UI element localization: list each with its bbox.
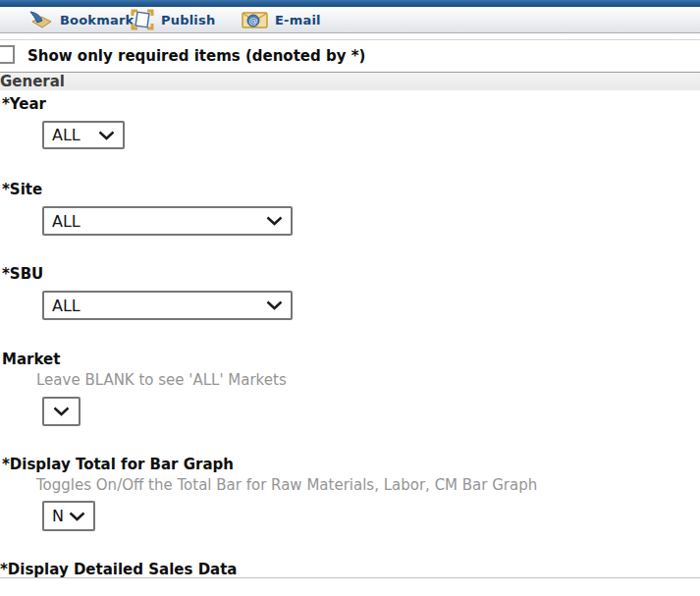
email-icon: @ bbox=[242, 11, 268, 29]
show-required-label: Show only required items (denoted by *) bbox=[27, 47, 365, 65]
site-select[interactable]: ALL bbox=[42, 206, 293, 236]
year-select[interactable]: ALL bbox=[42, 121, 125, 149]
year-select-value: ALL bbox=[44, 126, 81, 144]
field-label-display-detail-wrap: *Display Detailed Sales Data bbox=[0, 561, 700, 577]
field-label-market: Market bbox=[2, 351, 60, 368]
email-label: E-mail bbox=[275, 13, 321, 27]
chevron-down-icon bbox=[53, 406, 70, 416]
field-hint-display-total: Toggles On/Off the Total Bar for Raw Mat… bbox=[36, 476, 537, 494]
chevron-down-icon bbox=[69, 512, 85, 521]
chevron-down-icon bbox=[266, 300, 283, 310]
email-button[interactable]: @ E-mail bbox=[242, 7, 321, 32]
market-select[interactable] bbox=[42, 397, 81, 426]
field-label-sbu: *SBU bbox=[2, 265, 43, 283]
section-header-general: General bbox=[0, 72, 700, 90]
top-accent-bar bbox=[0, 0, 700, 7]
bottom-divider bbox=[0, 577, 700, 578]
field-label-display-detail: *Display Detailed Sales Data bbox=[0, 561, 700, 577]
sbu-select-value: ALL bbox=[44, 297, 81, 315]
field-label-display-total: *Display Total for Bar Graph bbox=[2, 456, 234, 473]
section-title: General bbox=[0, 73, 65, 90]
svg-text:@: @ bbox=[249, 16, 258, 26]
bookmark-button[interactable]: Bookmark bbox=[27, 7, 134, 32]
publish-button[interactable]: Publish bbox=[131, 7, 215, 32]
publish-icon bbox=[131, 9, 154, 30]
bookmark-label: Bookmark bbox=[60, 13, 134, 27]
publish-label: Publish bbox=[161, 13, 215, 27]
field-label-year: *Year bbox=[2, 95, 46, 113]
prompt-page: Bookmark Publish bbox=[0, 0, 700, 596]
display-total-select[interactable]: N bbox=[42, 501, 95, 531]
show-required-checkbox[interactable] bbox=[0, 45, 15, 64]
toolbar-divider bbox=[0, 39, 700, 40]
sbu-select[interactable]: ALL bbox=[42, 291, 293, 320]
chevron-down-icon bbox=[98, 131, 115, 140]
field-hint-market: Leave BLANK to see 'ALL' Markets bbox=[36, 371, 287, 389]
display-total-select-value: N bbox=[44, 507, 64, 525]
bookmark-icon bbox=[27, 10, 53, 29]
site-select-value: ALL bbox=[44, 212, 81, 231]
chevron-down-icon bbox=[266, 216, 283, 226]
field-label-site: *Site bbox=[2, 181, 42, 198]
toolbar: Bookmark Publish bbox=[0, 7, 700, 33]
